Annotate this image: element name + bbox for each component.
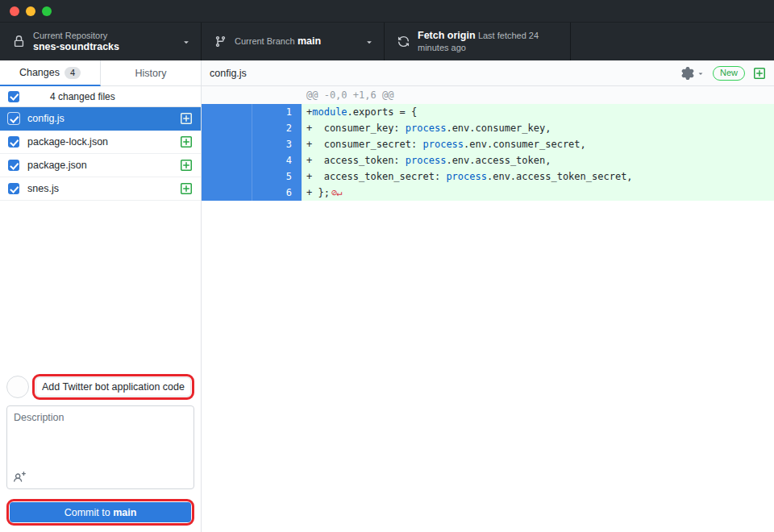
file-name: config.js: [27, 113, 172, 124]
annotation-highlight-commit-button: Commit to main: [6, 499, 194, 526]
diff-file-name: config.js: [210, 68, 681, 79]
titlebar: [0, 0, 774, 23]
diff-code-text: + access_token_secret: process.env.acces…: [302, 168, 774, 185]
diff-gutter-line-number[interactable]: 3: [252, 136, 302, 152]
hunk-header-row: @@ -0,0 +1,6 @@: [202, 86, 774, 104]
added-file-icon: [180, 182, 193, 195]
diff-gutter-old[interactable]: [202, 136, 252, 152]
diff-gutter-line-number[interactable]: 1: [252, 104, 302, 120]
no-newline-icon: ⊘↵: [331, 187, 341, 198]
tab-history-label: History: [135, 68, 167, 79]
repository-name: snes-soundtracks: [33, 41, 119, 52]
chevron-down-icon: [181, 37, 191, 47]
commit-description-field[interactable]: Description: [6, 405, 194, 489]
changes-count-badge: 4: [64, 67, 81, 79]
sync-icon: [397, 35, 410, 48]
tab-history[interactable]: History: [101, 60, 201, 86]
changed-file-list: config.jspackage-lock.jsonpackage.jsonsn…: [0, 107, 201, 201]
branch-label: Current Branch: [235, 36, 295, 46]
file-include-checkbox[interactable]: [8, 136, 19, 148]
diff-file-header: config.js New: [202, 60, 774, 86]
diff-line-2[interactable]: 2+ consumer_key: process.env.consumer_ke…: [202, 120, 774, 136]
close-window-button[interactable]: [10, 6, 19, 16]
diff-line-5[interactable]: 5+ access_token_secret: process.env.acce…: [202, 168, 774, 185]
file-row-package-lock.json[interactable]: package-lock.json: [0, 131, 201, 154]
new-file-badge: New: [713, 66, 745, 81]
gear-icon: [681, 67, 694, 80]
diff-lines: 1+module.exports = {2+ consumer_key: pro…: [202, 104, 774, 201]
diff-gutter-line-number[interactable]: 4: [252, 152, 302, 168]
diff-line-6[interactable]: 6+ };⊘↵: [202, 185, 774, 201]
description-placeholder: Description: [14, 412, 64, 423]
added-file-icon: [180, 159, 193, 172]
sidebar-spacer: [0, 201, 201, 369]
repository-label: Current Repository: [33, 31, 107, 40]
chevron-down-icon: [697, 69, 705, 77]
changed-files-count: 4 changed files: [50, 91, 115, 102]
lock-icon: [13, 35, 25, 48]
diff-gutter-line-number[interactable]: 6: [252, 185, 302, 201]
file-name: package.json: [27, 160, 172, 171]
fetch-title: Fetch origin: [418, 30, 476, 41]
diff-gutter-old[interactable]: [202, 185, 252, 201]
tab-changes[interactable]: Changes 4: [0, 60, 101, 86]
toolbar: Current Repository snes-soundtracks Curr…: [0, 23, 774, 60]
diff-line-4[interactable]: 4+ access_token: process.env.access_toke…: [202, 152, 774, 168]
commit-summary-input[interactable]: [35, 377, 191, 397]
diff-line-3[interactable]: 3+ consumer_secret: process.env.consumer…: [202, 136, 774, 152]
current-branch-dropdown[interactable]: Current Branch main: [202, 23, 385, 60]
file-row-package.json[interactable]: package.json: [0, 154, 201, 177]
diff-gutter-line-number[interactable]: 5: [252, 168, 302, 185]
branch-name: main: [298, 35, 321, 47]
avatar: [6, 376, 29, 398]
add-coauthor-icon[interactable]: [14, 472, 26, 484]
diff-code-text: +module.exports = {: [302, 104, 774, 120]
diff-code-text: + consumer_secret: process.env.consumer_…: [302, 136, 774, 152]
current-repository-dropdown[interactable]: Current Repository snes-soundtracks: [0, 23, 202, 60]
hunk-header-text: @@ -0,0 +1,6 @@: [302, 86, 393, 104]
diff-code-text: + };⊘↵: [302, 185, 774, 201]
annotation-highlight-summary: [32, 374, 194, 400]
sidebar: Changes 4 History 4 changed files config…: [0, 60, 202, 532]
file-name: snes.js: [27, 183, 172, 194]
file-include-checkbox[interactable]: [8, 113, 19, 124]
hunk-gutter: [202, 86, 302, 104]
file-row-snes.js[interactable]: snes.js: [0, 177, 201, 201]
added-file-icon: [180, 112, 193, 125]
app-window: Current Repository snes-soundtracks Curr…: [0, 0, 774, 532]
diff-gutter-old[interactable]: [202, 104, 252, 120]
zoom-window-button[interactable]: [42, 6, 52, 16]
chevron-down-icon: [364, 37, 374, 47]
diff-gutter-old[interactable]: [202, 152, 252, 168]
file-include-checkbox[interactable]: [8, 183, 19, 194]
file-include-checkbox[interactable]: [8, 160, 19, 171]
added-file-icon: [753, 67, 766, 80]
sidebar-tabs: Changes 4 History: [0, 60, 201, 86]
git-branch-icon: [214, 35, 227, 48]
diff-gutter-line-number[interactable]: 2: [252, 120, 302, 136]
minimize-window-button[interactable]: [26, 6, 35, 16]
select-all-row: 4 changed files: [0, 86, 201, 107]
commit-button[interactable]: Commit to main: [10, 502, 191, 522]
diff-view: @@ -0,0 +1,6 @@ 1+module.exports = {2+ c…: [202, 86, 774, 532]
file-name: package-lock.json: [27, 136, 172, 148]
diff-code-text: + access_token: process.env.access_token…: [302, 152, 774, 168]
added-file-icon: [180, 135, 193, 148]
diff-options-button[interactable]: [681, 67, 705, 80]
commit-box: Description Commit to main: [0, 369, 201, 532]
fetch-origin-button[interactable]: Fetch origin Last fetched 24 minutes ago: [385, 23, 571, 60]
file-row-config.js[interactable]: config.js: [0, 107, 201, 131]
diff-gutter-old[interactable]: [202, 168, 252, 185]
diff-gutter-old[interactable]: [202, 120, 252, 136]
select-all-checkbox[interactable]: [8, 91, 19, 102]
diff-panel: config.js New @@ -0,0 +1,6 @@: [202, 60, 774, 532]
diff-line-1[interactable]: 1+module.exports = {: [202, 104, 774, 120]
tab-changes-label: Changes: [19, 67, 60, 78]
diff-code-text: + consumer_key: process.env.consumer_key…: [302, 120, 774, 136]
